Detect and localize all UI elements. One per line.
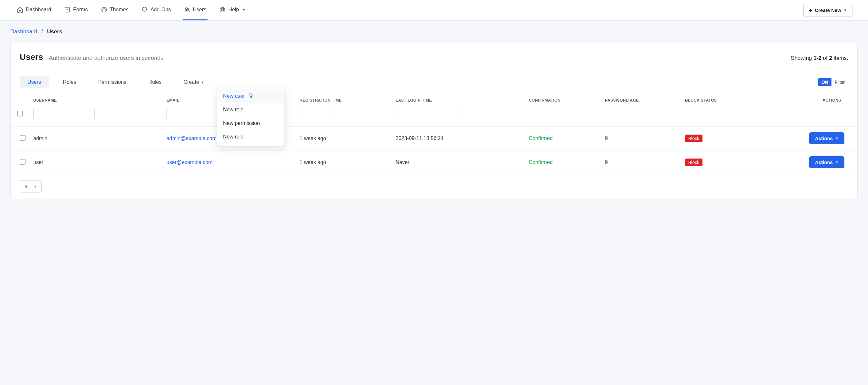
select-all-checkbox[interactable] xyxy=(17,111,23,116)
cell-registration: 1 week ago xyxy=(296,126,392,150)
tab-users[interactable]: Users xyxy=(20,76,49,88)
users-table: USERNAME EMAIL REGISTRATION TIME LAST LO… xyxy=(11,94,857,174)
users-card: Users Authenticate and authorize users i… xyxy=(10,43,858,199)
tab-create-label: Create xyxy=(184,79,199,85)
row-checkbox[interactable] xyxy=(20,159,26,165)
svg-point-2 xyxy=(102,9,103,9)
nav-forms[interactable]: Forms xyxy=(63,0,89,20)
col-actions: ACTIONS xyxy=(757,94,857,105)
nav-addons[interactable]: Add-Ons xyxy=(140,0,172,20)
nav-label: Help xyxy=(228,7,239,12)
plus-icon: + xyxy=(809,7,812,13)
cell-lastlogin: Never xyxy=(392,150,525,174)
actions-button[interactable]: Actions▼ xyxy=(809,132,844,144)
table-row: user user@example.com 1 week ago Never C… xyxy=(11,150,857,174)
dropdown-new-rule[interactable]: New rule xyxy=(217,130,284,144)
puzzle-icon xyxy=(141,6,148,13)
actions-button[interactable]: Actions▼ xyxy=(809,156,844,168)
create-new-label: Create New xyxy=(815,7,841,13)
users-icon xyxy=(184,6,190,13)
chevron-down-icon: ▼ xyxy=(201,81,204,84)
cell-passwordage: 9 xyxy=(601,126,681,150)
svg-point-5 xyxy=(185,8,187,10)
breadcrumb-separator: / xyxy=(41,28,43,35)
page-size-value: 5 xyxy=(25,184,27,189)
nav-dashboard[interactable]: Dashboard xyxy=(16,0,52,20)
tab-rules[interactable]: Rules xyxy=(141,76,169,88)
filter-login-input[interactable] xyxy=(396,108,457,120)
cell-email[interactable]: user@example.com xyxy=(166,159,213,165)
forms-icon xyxy=(64,6,70,13)
row-checkbox[interactable] xyxy=(20,135,26,141)
svg-point-6 xyxy=(187,8,189,10)
help-icon xyxy=(219,6,226,13)
filter-reg-from-input[interactable] xyxy=(300,108,332,120)
svg-point-3 xyxy=(104,8,104,9)
tab-create[interactable]: Create ▼ xyxy=(176,76,212,88)
palette-icon xyxy=(101,6,107,13)
showing-text: Showing 1-2 of 2 items. xyxy=(791,55,848,61)
breadcrumb-home[interactable]: Dashboard xyxy=(10,28,37,35)
cell-registration: 1 week ago xyxy=(296,150,392,174)
nav-label: Themes xyxy=(110,7,129,12)
breadcrumb: Dashboard / Users xyxy=(0,21,868,43)
card-header: Users Authenticate and authorize users i… xyxy=(11,43,857,70)
nav-label: Users xyxy=(193,7,207,12)
col-lastlogin[interactable]: LAST LOGIN TIME xyxy=(392,94,525,105)
filter-on-label: ON xyxy=(818,78,832,86)
col-blockstatus[interactable]: BLOCK STATUS xyxy=(681,94,757,105)
cell-email[interactable]: admin@example.com xyxy=(166,136,217,141)
nav-users[interactable]: Users xyxy=(183,0,208,20)
cell-username: user xyxy=(29,150,163,174)
nav-label: Dashboard xyxy=(26,7,51,12)
nav-help[interactable]: Help ▼ xyxy=(218,0,247,20)
page-subtitle: Authenticate and authorize users in seco… xyxy=(49,55,163,61)
nav-themes[interactable]: Themes xyxy=(99,0,130,20)
col-username[interactable]: USERNAME xyxy=(29,94,163,105)
table-row: admin admin@example.com 1 week ago 2023-… xyxy=(11,126,857,150)
filter-toggle[interactable]: ON Filter xyxy=(818,78,848,86)
tabs-row: Users Roles Permissions Rules Create ▼ N… xyxy=(11,70,857,94)
col-passwordage[interactable]: PASSWORD AGE xyxy=(601,94,681,105)
card-header-left: Users Authenticate and authorize users i… xyxy=(20,52,163,62)
dropdown-new-user[interactable]: New user xyxy=(217,89,284,103)
breadcrumb-current: Users xyxy=(47,28,62,35)
filter-label: Filter xyxy=(832,78,848,86)
card-footer: 5 ▼ xyxy=(11,174,857,199)
top-nav: Dashboard Forms Themes Add-Ons Users Hel… xyxy=(0,0,868,21)
block-badge[interactable]: Block xyxy=(685,158,703,166)
col-registration[interactable]: REGISTRATION TIME xyxy=(296,94,392,105)
nav-label: Forms xyxy=(73,7,88,12)
nav-items: Dashboard Forms Themes Add-Ons Users Hel… xyxy=(16,0,247,20)
chevron-down-icon: ▼ xyxy=(34,185,37,188)
tabs: Users Roles Permissions Rules Create ▼ N… xyxy=(20,76,212,88)
svg-point-4 xyxy=(105,9,105,9)
create-new-button[interactable]: + Create New ▼ xyxy=(803,4,852,17)
nav-label: Add-Ons xyxy=(150,7,171,12)
dropdown-new-permission[interactable]: New permission xyxy=(217,116,284,130)
dropdown-new-role[interactable]: New role xyxy=(217,103,284,116)
filter-row xyxy=(11,105,857,126)
chevron-down-icon: ▼ xyxy=(242,8,245,12)
tab-permissions[interactable]: Permissions xyxy=(91,76,134,88)
page-title: Users xyxy=(20,52,43,62)
svg-point-8 xyxy=(221,9,224,11)
block-badge[interactable]: Block xyxy=(685,135,703,142)
home-icon xyxy=(17,6,23,13)
chevron-down-icon: ▼ xyxy=(835,160,839,164)
create-dropdown: New user New role New permission New rul… xyxy=(217,87,285,146)
cell-lastlogin: 2023-09-11 13:56:21 xyxy=(392,126,525,150)
cell-confirmation: Confirmed xyxy=(529,136,553,141)
cell-confirmation: Confirmed xyxy=(529,159,553,165)
filter-username-input[interactable] xyxy=(33,108,95,120)
cell-username: admin xyxy=(29,126,163,150)
chevron-down-icon: ▼ xyxy=(835,137,839,140)
page-size-select[interactable]: 5 ▼ xyxy=(20,180,42,193)
chevron-down-icon: ▼ xyxy=(844,8,847,12)
cell-passwordage: 9 xyxy=(601,150,681,174)
col-confirmation[interactable]: CONFIRMATION xyxy=(525,94,601,105)
tab-roles[interactable]: Roles xyxy=(55,76,84,88)
